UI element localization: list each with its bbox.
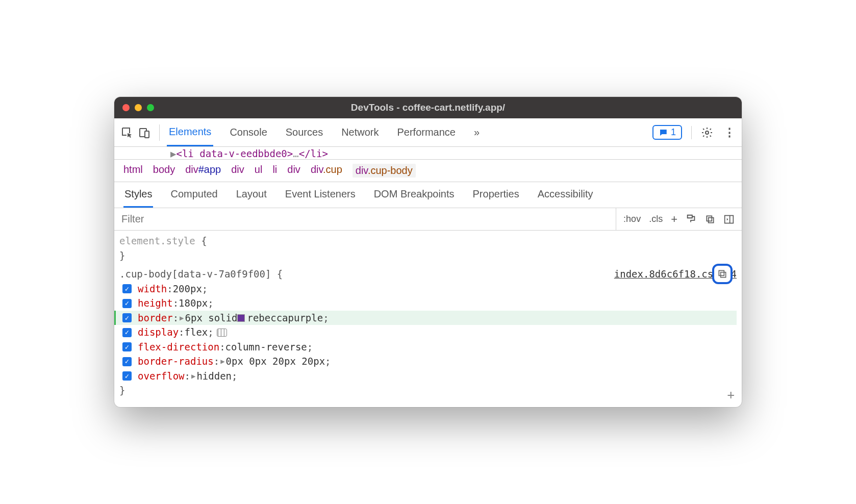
svg-rect-3 <box>709 217 714 222</box>
more-icon[interactable]: ⋮ <box>722 126 737 139</box>
subtab-properties[interactable]: Properties <box>472 182 520 208</box>
styles-subtabs: Styles Computed Layout Event Listeners D… <box>114 182 742 208</box>
element-style-rule[interactable]: element.style { } <box>119 234 737 263</box>
inspect-icon[interactable] <box>119 125 135 140</box>
copy-declaration-button[interactable] <box>712 264 733 284</box>
cls-toggle[interactable]: .cls <box>649 214 663 224</box>
checkbox-icon[interactable]: ✓ <box>122 371 132 381</box>
decl-flex-direction[interactable]: ✓ flex-direction: column-reverse; <box>119 340 737 355</box>
element-style-label: element.style <box>119 235 195 246</box>
crumb-li[interactable]: li <box>272 164 277 178</box>
crumb-div-cup-body[interactable]: div.cup-body <box>353 164 416 178</box>
hov-toggle[interactable]: :hov <box>623 214 641 224</box>
decl-height[interactable]: ✓ height: 180px; <box>119 296 737 311</box>
crumb-div2[interactable]: div <box>287 164 300 178</box>
flex-editor-icon[interactable] <box>217 329 227 337</box>
checkbox-icon[interactable]: ✓ <box>122 357 132 366</box>
svg-rect-5 <box>725 215 734 223</box>
toolbar-right: 1 ⋮ <box>652 125 737 140</box>
tab-sources[interactable]: Sources <box>284 119 325 145</box>
breadcrumbs: html body div#app div ul li div div.cup … <box>114 160 742 182</box>
copy-icon[interactable] <box>705 214 715 224</box>
subtab-computed[interactable]: Computed <box>169 182 218 208</box>
main-tabs: Elements Console Sources Network Perform… <box>167 119 650 146</box>
side-panel-icon[interactable] <box>723 214 735 224</box>
expand-icon[interactable]: ▶ <box>180 313 184 323</box>
styles-pane: element.style { } index.8d6c6f18.css:74 … <box>114 231 742 407</box>
checkbox-icon[interactable]: ✓ <box>122 299 132 308</box>
settings-icon[interactable] <box>701 127 715 139</box>
svg-rect-1 <box>145 131 149 138</box>
decl-width[interactable]: ✓ width: 200px; <box>119 282 737 296</box>
checkbox-icon[interactable]: ✓ <box>122 342 132 351</box>
filter-input[interactable] <box>114 213 616 225</box>
cup-body-rule: index.8d6c6f18.css:74 .cup-body[data-v-7… <box>119 267 737 398</box>
main-toolbar: Elements Console Sources Network Perform… <box>114 118 742 147</box>
divider <box>691 126 692 139</box>
subtab-styles[interactable]: Styles <box>123 182 153 208</box>
crumb-html[interactable]: html <box>123 164 143 178</box>
crumb-div[interactable]: div <box>231 164 244 178</box>
clipboard-icon <box>717 269 727 279</box>
new-style-plus[interactable]: + <box>671 213 677 226</box>
dom-snippet: ▶<li data-v-eedbbde0>…</li> <box>114 147 742 160</box>
crumb-div-cup[interactable]: div.cup <box>311 164 342 178</box>
crumb-body[interactable]: body <box>153 164 175 178</box>
tabs-overflow[interactable]: » <box>472 119 482 145</box>
titlebar: DevTools - coffee-cart.netlify.app/ <box>114 97 742 118</box>
color-swatch[interactable] <box>237 314 245 322</box>
checkbox-icon[interactable]: ✓ <box>122 328 132 337</box>
rule-selector[interactable]: .cup-body[data-v-7a0f9f00] <box>119 268 271 280</box>
device-toggle-icon[interactable] <box>137 125 152 140</box>
svg-point-2 <box>706 131 709 134</box>
subtab-layout[interactable]: Layout <box>235 182 268 208</box>
decl-display[interactable]: ✓ display: flex; <box>119 325 737 340</box>
paint-icon[interactable] <box>686 214 697 225</box>
subtab-dom-breakpoints[interactable]: DOM Breakpoints <box>373 182 456 208</box>
checkbox-icon[interactable]: ✓ <box>122 284 132 293</box>
decl-overflow[interactable]: ✓ overflow:▶hidden; <box>119 369 737 384</box>
devtools-window: DevTools - coffee-cart.netlify.app/ Elem… <box>114 97 742 407</box>
subtab-accessibility[interactable]: Accessibility <box>537 182 594 208</box>
svg-rect-6 <box>721 272 726 278</box>
add-declaration-plus[interactable]: + <box>727 386 735 404</box>
divider <box>159 124 160 141</box>
badge-count: 1 <box>671 127 676 138</box>
decl-border[interactable]: ✓ border:▶6px solid rebeccapurple; <box>114 311 737 325</box>
crumb-div-app[interactable]: div#app <box>185 164 221 178</box>
svg-rect-4 <box>707 216 712 221</box>
expand-icon[interactable]: ▶ <box>191 371 195 382</box>
issues-badge[interactable]: 1 <box>652 125 682 140</box>
window-title: DevTools - coffee-cart.netlify.app/ <box>114 102 742 113</box>
checkbox-icon[interactable]: ✓ <box>122 313 132 322</box>
filter-tools: :hov .cls + <box>616 208 742 230</box>
tab-performance[interactable]: Performance <box>395 119 458 145</box>
expand-icon[interactable]: ▶ <box>220 356 224 367</box>
svg-rect-7 <box>719 271 724 276</box>
crumb-ul[interactable]: ul <box>255 164 263 178</box>
tab-elements[interactable]: Elements <box>167 119 213 146</box>
subtab-event-listeners[interactable]: Event Listeners <box>284 182 357 208</box>
filter-row: :hov .cls + <box>114 208 742 231</box>
decl-border-radius[interactable]: ✓ border-radius:▶0px 0px 20px 20px; <box>119 354 737 369</box>
tab-network[interactable]: Network <box>339 119 381 145</box>
chat-icon <box>659 128 668 137</box>
tab-console[interactable]: Console <box>228 119 269 145</box>
